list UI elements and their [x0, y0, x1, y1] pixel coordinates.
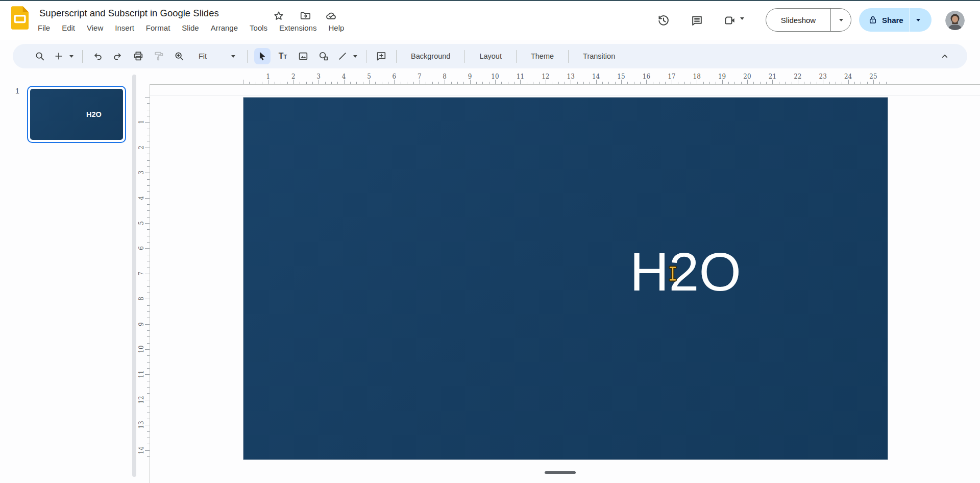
- zoom-select[interactable]: Fit: [191, 48, 240, 64]
- menu-insert[interactable]: Insert: [115, 23, 134, 32]
- layout-button[interactable]: Layout: [472, 47, 509, 65]
- insert-line-dropdown-icon[interactable]: [351, 55, 359, 58]
- undo-icon[interactable]: [89, 48, 106, 64]
- h-ruler-number: 7: [418, 73, 422, 80]
- share-label: Share: [882, 16, 903, 25]
- comments-icon[interactable]: [690, 13, 704, 28]
- h-ruler-number: 6: [393, 73, 397, 80]
- document-title[interactable]: Superscript and Subscript in Google Slid…: [39, 8, 219, 19]
- v-ruler-number: 14: [138, 446, 145, 454]
- v-ruler-number: 5: [138, 221, 145, 225]
- slide-text[interactable]: H2O: [630, 245, 741, 299]
- h-ruler-number: 13: [567, 73, 575, 80]
- header: Superscript and Subscript in Google Slid…: [0, 1, 980, 40]
- zoom-dropdown-icon: [231, 55, 235, 58]
- slideshow-dropdown-icon[interactable]: [830, 9, 851, 31]
- slide-number: 1: [15, 87, 19, 95]
- slide-thumbnail[interactable]: H2O: [27, 86, 126, 143]
- toolbar-divider: [366, 50, 366, 63]
- toolbar: Fit TT: [13, 44, 967, 68]
- star-icon[interactable]: [273, 10, 285, 22]
- insert-line-icon[interactable]: [336, 48, 349, 64]
- menu-view[interactable]: View: [87, 23, 103, 32]
- v-ruler-number: 3: [138, 171, 145, 175]
- h-ruler-number: 17: [668, 73, 675, 80]
- theme-button[interactable]: Theme: [523, 47, 561, 65]
- zoom-icon[interactable]: [171, 48, 187, 64]
- canvas-border: [150, 95, 980, 95]
- menu-file[interactable]: File: [38, 23, 50, 32]
- text-box-icon[interactable]: TT: [275, 48, 291, 64]
- move-folder-icon[interactable]: [299, 10, 311, 22]
- print-icon[interactable]: [130, 48, 146, 64]
- filmstrip-scrollbar[interactable]: [132, 75, 136, 477]
- h-ruler-number: 11: [517, 73, 524, 80]
- insert-image-icon[interactable]: [295, 48, 311, 64]
- cloud-saved-icon[interactable]: [325, 10, 337, 22]
- v-ruler-number: 6: [138, 247, 145, 251]
- h-ruler-number: 1: [266, 73, 271, 80]
- v-ruler-number: 7: [138, 272, 145, 276]
- share-button[interactable]: Share: [859, 8, 932, 32]
- v-ruler-number: 4: [138, 196, 145, 200]
- v-ruler-number: 10: [138, 345, 145, 353]
- toolbar-divider: [568, 50, 569, 63]
- slideshow-button[interactable]: Slideshow: [766, 8, 851, 32]
- slides-logo[interactable]: [11, 6, 29, 30]
- version-history-icon[interactable]: [656, 13, 671, 28]
- text-ibeam-cursor: [667, 265, 679, 282]
- toolbar-divider: [464, 50, 465, 63]
- app-window: Superscript and Subscript in Google Slid…: [0, 0, 980, 483]
- thumbnail-slide-text: H2O: [86, 110, 102, 118]
- new-slide-dropdown-icon[interactable]: [67, 55, 76, 58]
- v-ruler-number: 12: [138, 396, 145, 403]
- h-ruler-number: 14: [592, 73, 600, 80]
- new-slide-plus-icon[interactable]: [52, 48, 65, 64]
- meet-dropdown-icon[interactable]: [740, 17, 744, 20]
- toolbar-divider: [516, 50, 517, 63]
- menu-tools[interactable]: Tools: [250, 23, 267, 32]
- slideshow-label: Slideshow: [766, 16, 830, 25]
- search-icon[interactable]: [32, 48, 48, 64]
- h-ruler-number: 9: [468, 73, 472, 80]
- menu-edit[interactable]: Edit: [62, 23, 75, 32]
- h-ruler-number: 8: [443, 73, 447, 80]
- h-ruler-number: 25: [869, 73, 877, 80]
- background-button[interactable]: Background: [403, 47, 458, 65]
- transition-button[interactable]: Transition: [575, 47, 623, 65]
- toolbar-divider: [247, 50, 248, 63]
- h-ruler-number: 4: [342, 73, 346, 80]
- h-ruler-number: 21: [769, 73, 776, 80]
- meet-camera-icon[interactable]: [723, 13, 737, 28]
- menu-arrange[interactable]: Arrange: [211, 23, 238, 32]
- h-ruler-number: 3: [316, 73, 321, 80]
- horizontal-ruler: [150, 84, 980, 85]
- h-ruler-number: 2: [291, 73, 296, 80]
- menu-extensions[interactable]: Extensions: [279, 23, 316, 32]
- menu-help[interactable]: Help: [328, 23, 344, 32]
- h-ruler-number: 5: [367, 73, 371, 80]
- share-dropdown-icon[interactable]: [910, 8, 927, 32]
- h-ruler-number: 18: [693, 73, 701, 80]
- v-ruler-number: 2: [138, 146, 145, 150]
- menu-format[interactable]: Format: [146, 23, 170, 32]
- h-ruler-number: 23: [819, 73, 827, 80]
- v-ruler-number: 1: [138, 120, 145, 125]
- select-cursor-icon[interactable]: [254, 48, 271, 64]
- h-ruler-number: 16: [643, 73, 650, 80]
- insert-comment-icon[interactable]: [373, 48, 389, 64]
- vertical-ruler: [150, 84, 150, 483]
- v-ruler-number: 8: [138, 297, 145, 301]
- slide-canvas[interactable]: H2O: [243, 97, 888, 460]
- lock-icon: [868, 15, 877, 25]
- zoom-value: Fit: [199, 52, 231, 60]
- hide-menus-icon[interactable]: [937, 48, 953, 64]
- h-ruler-number: 24: [844, 73, 852, 80]
- redo-icon[interactable]: [110, 48, 126, 64]
- notes-resize-handle[interactable]: [545, 471, 576, 474]
- h-ruler-number: 20: [743, 73, 751, 80]
- insert-shape-icon[interactable]: [315, 48, 332, 64]
- menu-slide[interactable]: Slide: [182, 23, 199, 32]
- paint-format-icon[interactable]: [151, 48, 167, 64]
- avatar[interactable]: [945, 11, 965, 30]
